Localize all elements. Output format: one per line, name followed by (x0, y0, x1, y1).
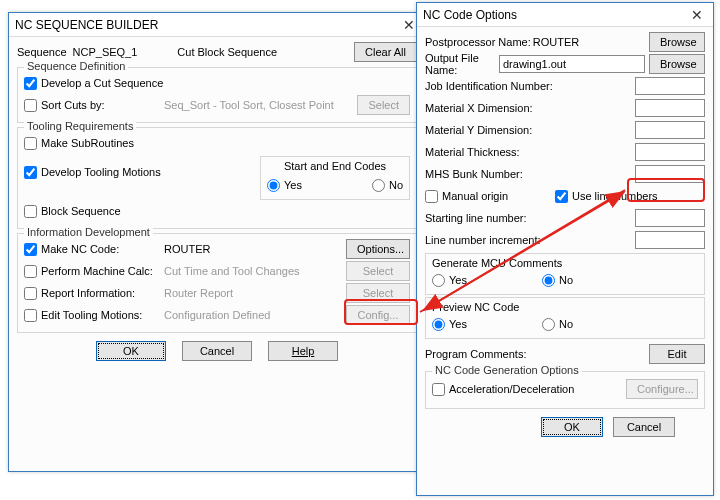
window-title: NC SEQUENCE BUILDER (15, 18, 399, 32)
output-file-label: Output File Name: (425, 52, 495, 76)
report-info-hint: Router Report (154, 287, 346, 299)
start-line-label: Starting line number: (425, 212, 575, 224)
preview-no-radio[interactable] (542, 318, 555, 331)
report-info-checkbox[interactable] (24, 287, 37, 300)
perform-machine-checkbox[interactable] (24, 265, 37, 278)
program-comments-label: Program Comments: (425, 348, 526, 360)
no-label: No (559, 274, 573, 286)
edit-comments-button[interactable]: Edit (649, 344, 705, 364)
mat-x-input[interactable] (635, 99, 705, 117)
sort-cuts-label: Sort Cuts by: (41, 99, 105, 111)
titlebar: NC SEQUENCE BUILDER ✕ (9, 13, 425, 37)
cancel-button[interactable]: Cancel (182, 341, 252, 361)
ok-button[interactable]: OK (541, 417, 603, 437)
block-sequence-checkbox[interactable] (24, 205, 37, 218)
job-id-label: Job Identification Number: (425, 80, 575, 92)
yes-label: Yes (449, 318, 467, 330)
close-icon[interactable]: ✕ (687, 7, 707, 23)
make-nc-code-checkbox[interactable] (24, 243, 37, 256)
sort-cuts-hint: Seq_Sort - Tool Sort, Closest Point (124, 99, 357, 111)
start-end-label: Start and End Codes (267, 160, 403, 172)
machine-select-button[interactable]: Select (346, 261, 410, 281)
mat-y-label: Material Y Dimension: (425, 124, 575, 136)
edit-tooling-checkbox[interactable] (24, 309, 37, 322)
yes-label: Yes (449, 274, 467, 286)
develop-cut-checkbox[interactable] (24, 77, 37, 90)
mhs-input[interactable] (635, 165, 705, 183)
group-legend: Information Development (24, 226, 153, 238)
titlebar: NC Code Options ✕ (417, 3, 713, 27)
start-line-input[interactable] (635, 209, 705, 227)
mat-thick-label: Material Thickness: (425, 146, 575, 158)
preview-nc-label: Preview NC Code (432, 301, 698, 313)
mcu-no-radio[interactable] (542, 274, 555, 287)
accel-decel-label: Acceleration/Deceleration (449, 383, 574, 395)
window-title: NC Code Options (423, 8, 687, 22)
information-development-group: Information Development Make NC Code: RO… (17, 233, 417, 333)
browse-file-button[interactable]: Browse (649, 54, 705, 74)
cancel-button[interactable]: Cancel (613, 417, 675, 437)
help-button[interactable]: Help (268, 341, 338, 361)
generate-mcu-group: Generate MCU Comments Yes No (425, 253, 705, 295)
config-button[interactable]: Config... (346, 305, 410, 325)
perform-machine-label: Perform Machine Calc: (41, 265, 153, 277)
mat-x-label: Material X Dimension: (425, 102, 575, 114)
accel-decel-checkbox[interactable] (432, 383, 445, 396)
clear-all-button[interactable]: Clear All (354, 42, 417, 62)
nc-gen-options-group: NC Code Generation Options Acceleration/… (425, 371, 705, 409)
make-subroutines-checkbox[interactable] (24, 137, 37, 150)
line-inc-label: Line number increment: (425, 234, 575, 246)
group-legend: Sequence Definition (24, 60, 128, 72)
manual-origin-label: Manual origin (442, 190, 508, 202)
sort-cuts-checkbox[interactable] (24, 99, 37, 112)
sequence-definition-group: Sequence Definition Develop a Cut Sequen… (17, 67, 417, 123)
ok-button[interactable]: OK (96, 341, 166, 361)
options-button[interactable]: Options... (346, 239, 410, 259)
mat-thick-input[interactable] (635, 143, 705, 161)
mhs-label: MHS Bunk Number: (425, 168, 575, 180)
sequence-name: NCP_SEQ_1 (73, 46, 138, 58)
report-select-button[interactable]: Select (346, 283, 410, 303)
configure-button[interactable]: Configure... (626, 379, 698, 399)
yes-label: Yes (284, 179, 302, 191)
output-file-input[interactable] (499, 55, 645, 73)
make-nc-code-label: Make NC Code: (41, 243, 119, 255)
report-info-label: Report Information: (41, 287, 135, 299)
block-sequence-label: Block Sequence (41, 205, 121, 217)
sequence-desc: Cut Block Sequence (177, 46, 277, 58)
postprocessor-label: Postprocessor Name: (425, 36, 531, 48)
edit-tooling-label: Edit Tooling Motions: (41, 309, 142, 321)
generate-mcu-label: Generate MCU Comments (432, 257, 698, 269)
browse-post-button[interactable]: Browse (649, 32, 705, 52)
mat-y-input[interactable] (635, 121, 705, 139)
use-line-num-label: Use line numbers (572, 190, 658, 202)
develop-tooling-label: Develop Tooling Motions (41, 166, 161, 178)
group-legend: Tooling Requirements (24, 120, 136, 132)
edit-tooling-hint: Configuration Defined (154, 309, 346, 321)
mcu-yes-radio[interactable] (432, 274, 445, 287)
develop-cut-label: Develop a Cut Sequence (41, 77, 163, 89)
develop-tooling-checkbox[interactable] (24, 166, 37, 179)
start-end-no-radio[interactable] (372, 179, 385, 192)
start-end-yes-radio[interactable] (267, 179, 280, 192)
manual-origin-checkbox[interactable] (425, 190, 438, 203)
group-legend: NC Code Generation Options (432, 364, 582, 376)
preview-nc-group: Preview NC Code Yes No (425, 297, 705, 339)
no-label: No (559, 318, 573, 330)
postprocessor-value: ROUTER (533, 36, 579, 48)
preview-yes-radio[interactable] (432, 318, 445, 331)
no-label: No (389, 179, 403, 191)
nc-code-options-dialog: NC Code Options ✕ Postprocessor Name: RO… (416, 2, 714, 496)
sort-select-button[interactable]: Select (357, 95, 410, 115)
job-id-input[interactable] (635, 77, 705, 95)
sequence-label: Sequence (17, 46, 67, 58)
line-inc-input[interactable] (635, 231, 705, 249)
use-line-num-checkbox[interactable] (555, 190, 568, 203)
perform-machine-hint: Cut Time and Tool Changes (154, 265, 346, 277)
make-subroutines-label: Make SubRoutines (41, 137, 134, 149)
tooling-requirements-group: Tooling Requirements Make SubRoutines De… (17, 127, 417, 229)
nc-sequence-builder-dialog: NC SEQUENCE BUILDER ✕ Sequence NCP_SEQ_1… (8, 12, 426, 472)
router-value: ROUTER (154, 243, 346, 255)
